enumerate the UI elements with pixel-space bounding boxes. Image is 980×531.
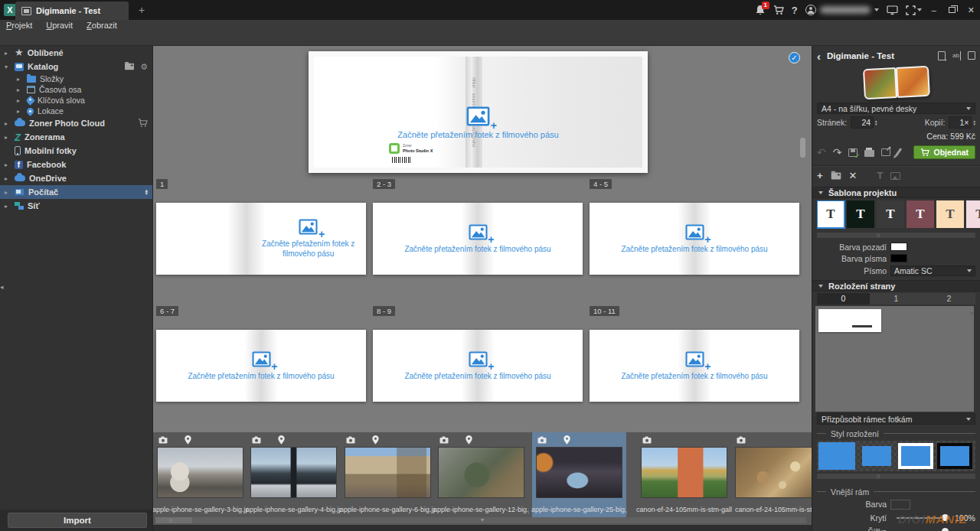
print-icon[interactable]	[864, 150, 874, 157]
image-tool-icon[interactable]	[890, 172, 900, 180]
template-swatch[interactable]: T	[966, 200, 980, 228]
expander-icon[interactable]: ▸	[17, 76, 23, 83]
expander-icon[interactable]: ▸	[17, 97, 23, 104]
text-tool-icon[interactable]: T	[877, 171, 884, 181]
notifications-bell-icon[interactable]: 1	[755, 5, 766, 16]
filmstrip-item-selected[interactable]: apple-iphone-se-gallery-25-big.j...	[536, 435, 622, 516]
photo-thumbnail[interactable]	[157, 447, 243, 498]
sidebar-item-zoner-photo-cloud[interactable]: ▸ Zoner Photo Cloud	[0, 116, 152, 130]
sidebar-item-zonerama[interactable]: ▸ Z Zonerama	[0, 130, 152, 144]
layout-tab-0[interactable]: 0	[817, 293, 870, 305]
sidebar-item-pocitac[interactable]: ▸ Počítač ▴▾	[0, 185, 152, 199]
filmstrip-item[interactable]: apple-iphone-se-gallery-12-big.j...	[438, 435, 524, 516]
photo-thumbnail[interactable]	[641, 447, 727, 498]
menu-upravit[interactable]: Upravit	[46, 21, 73, 30]
cart-icon[interactable]	[773, 5, 784, 15]
order-button[interactable]: Objednat	[913, 145, 975, 159]
reorder-icon[interactable]: ▴▾	[145, 189, 148, 195]
fullscreen-menu[interactable]	[906, 5, 922, 15]
layout-section-header[interactable]: Rozložení strany	[812, 280, 980, 292]
restore-button[interactable]	[946, 0, 958, 20]
spread-pages-8-9[interactable]: + Začněte přetažením fotek z filmového p…	[373, 330, 583, 402]
cover-drop-placeholder[interactable]: + Začněte přetažením fotek z filmového p…	[309, 73, 648, 173]
add-icon[interactable]: +	[817, 171, 823, 181]
copies-stepper[interactable]: ▴▾	[973, 119, 975, 125]
expander-icon[interactable]: ▸	[5, 175, 11, 182]
close-button[interactable]: ✕	[965, 0, 977, 20]
book-preview[interactable]	[812, 67, 980, 101]
style-swatch-white-border[interactable]	[898, 443, 933, 469]
expander-icon[interactable]: ▸	[5, 50, 11, 57]
spread-pages-10-11[interactable]: + Začněte přetažením fotek z filmového p…	[590, 330, 799, 402]
frame-color-swatch[interactable]	[890, 500, 910, 510]
sidebar-item-katalog[interactable]: ▾ Katalog + ⚙	[0, 60, 152, 73]
filmstrip-scrollbar-handle[interactable]	[155, 517, 192, 523]
style-swatch-transparent-border[interactable]	[859, 443, 894, 469]
account-menu[interactable]	[805, 5, 879, 15]
sidebar-item-lokace[interactable]: ▸ Lokace	[0, 106, 152, 116]
template-swatch-selected[interactable]: T	[817, 200, 844, 228]
template-swatch[interactable]: T	[936, 200, 964, 228]
photo-thumbnail[interactable]	[438, 447, 524, 498]
redo-icon[interactable]: ↷	[833, 147, 842, 158]
background-color-swatch[interactable]	[890, 243, 907, 251]
add-folder-icon[interactable]: +	[125, 64, 134, 70]
pages-stepper[interactable]: ▴▾	[875, 119, 877, 125]
expander-icon[interactable]: ▸	[5, 161, 11, 168]
pen-icon[interactable]	[895, 148, 902, 157]
collapse-left-panel-icon[interactable]: ◂	[0, 283, 4, 291]
second-display-icon[interactable]	[887, 5, 898, 15]
style-swatch-black-border[interactable]	[937, 443, 972, 469]
template-swatch[interactable]: T	[877, 200, 904, 228]
sidebar-item-oblibene[interactable]: ▸ ★ Oblíbené	[0, 46, 152, 60]
template-swatch[interactable]: T	[847, 200, 874, 228]
expander-icon[interactable]: ▸	[17, 86, 23, 93]
project-tab[interactable]: Digimanie - Test	[15, 2, 129, 20]
export-icon[interactable]	[881, 148, 890, 156]
template-swatch[interactable]: T	[906, 200, 934, 228]
template-section-header[interactable]: Šablona projektu	[812, 187, 980, 198]
spread-pages-4-5[interactable]: + Začněte přetažením fotek z filmového p…	[590, 203, 799, 275]
pages-input[interactable]: 24	[851, 116, 874, 129]
layout-tab-2[interactable]: 2	[923, 293, 975, 305]
expander-icon[interactable]: ▸	[17, 108, 23, 115]
expander-icon[interactable]: ▸	[5, 203, 11, 210]
spread-page-1[interactable]: + Začněte přetažením fotek z filmového p…	[156, 203, 366, 275]
add-folder-icon[interactable]: +	[831, 173, 841, 180]
sidebar-item-sit[interactable]: ▸ Síť	[0, 199, 152, 213]
import-button[interactable]: Import	[8, 513, 147, 528]
opacity-slider-knob[interactable]	[942, 514, 949, 521]
style-scrollbar[interactable]	[817, 474, 975, 479]
sidebar-item-casova-osa[interactable]: ▸ Časová osa	[0, 84, 152, 95]
back-arrow-icon[interactable]: ‹	[817, 50, 821, 63]
undo-icon[interactable]: ↶	[817, 147, 826, 158]
photo-thumbnail[interactable]	[536, 447, 622, 498]
menu-projekt[interactable]: Projekt	[6, 21, 32, 30]
rename-icon[interactable]: ab	[952, 51, 961, 60]
sidebar-item-onedrive[interactable]: ▸ OneDrive	[0, 171, 152, 185]
expander-icon[interactable]: ▸	[5, 120, 11, 127]
help-icon[interactable]: ?	[792, 5, 798, 16]
duplicate-icon[interactable]	[968, 51, 975, 60]
cover-selected-check-icon[interactable]: ✓	[789, 52, 800, 64]
cover-spread[interactable]: ZonerPhoto Studio X Hřbet - neumisťujte …	[309, 51, 648, 173]
filmstrip-collapse-icon[interactable]: ▾	[481, 516, 484, 523]
format-select[interactable]: A4 - na šířku, pevné desky	[817, 103, 975, 114]
gear-icon[interactable]: ⚙	[140, 62, 148, 72]
panel-resize-grip[interactable]: ≡	[970, 312, 973, 315]
expander-icon[interactable]: ▸	[5, 134, 11, 141]
font-color-swatch[interactable]	[890, 254, 907, 262]
template-scrollbar[interactable]	[817, 233, 975, 238]
style-swatch-plain[interactable]	[818, 442, 855, 470]
expander-icon[interactable]: ▸	[5, 189, 11, 196]
canvas-scrollbar[interactable]	[800, 138, 805, 158]
copies-input[interactable]: 1×	[949, 116, 972, 129]
photo-thumbnail[interactable]	[345, 447, 431, 498]
minimize-button[interactable]: –	[929, 0, 939, 20]
photo-thumbnail[interactable]	[250, 447, 337, 498]
font-select[interactable]: Amatic SC	[890, 266, 975, 276]
save-icon[interactable]	[848, 148, 858, 157]
sidebar-item-slozky[interactable]: ▸ Složky	[0, 73, 152, 84]
opacity-slider[interactable]	[897, 517, 946, 519]
sidebar-item-facebook[interactable]: ▸ f Facebook	[0, 158, 152, 171]
